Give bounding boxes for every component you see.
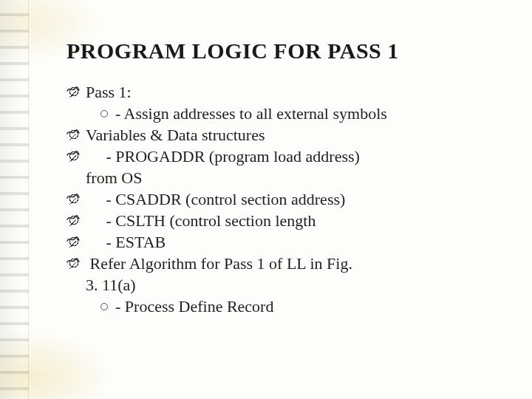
circle-icon: [100, 303, 108, 310]
slide-title: PROGRAM LOGIC FOR PASS 1: [66, 38, 488, 64]
bullet-estab: - ESTAB: [66, 231, 488, 253]
subbullet-process: - Process Define Record: [66, 296, 488, 317]
bullet-variables: Variables & Data structures: [66, 124, 488, 146]
bullet-progaddr-cont: from OS: [66, 167, 488, 188]
text: - Assign addresses to all external symbo…: [115, 104, 387, 123]
text: - CSADDR (control section address): [86, 190, 345, 208]
text: Variables & Data structures: [86, 126, 265, 144]
bullet-cslth: - CSLTH (control section length: [66, 210, 488, 231]
bullet-pass1: Pass 1:: [66, 81, 488, 103]
bullet-refer: Refer Algorithm for Pass 1 of LL in Fig.: [66, 253, 488, 274]
subbullet-assign: - Assign addresses to all external symbo…: [66, 103, 488, 124]
squiggle-icon: [66, 213, 81, 223]
slide-body: Pass 1: - Assign addresses to all extern…: [66, 81, 488, 317]
bullet-progaddr: - PROGADDR (program load address): [66, 146, 488, 167]
bullet-refer-cont: 3. 11(a): [66, 274, 488, 296]
squiggle-icon: [66, 127, 81, 137]
text: - Process Define Record: [115, 297, 273, 316]
text: - ESTAB: [86, 233, 166, 251]
text: Refer Algorithm for Pass 1 of LL in Fig.: [86, 254, 352, 273]
squiggle-icon: [66, 84, 81, 95]
circle-icon: [100, 110, 108, 117]
squiggle-icon: [66, 149, 81, 159]
text: - PROGADDR (program load address): [86, 147, 360, 166]
squiggle-icon: [66, 191, 81, 202]
slide: PROGRAM LOGIC FOR PASS 1 Pass 1: - Assig…: [0, 0, 532, 399]
squiggle-icon: [66, 234, 81, 245]
text: - CSLTH (control section length: [86, 211, 316, 230]
text: Pass 1:: [86, 83, 132, 101]
squiggle-icon: [66, 256, 81, 266]
bullet-csaddr: - CSADDR (control section address): [66, 188, 488, 210]
